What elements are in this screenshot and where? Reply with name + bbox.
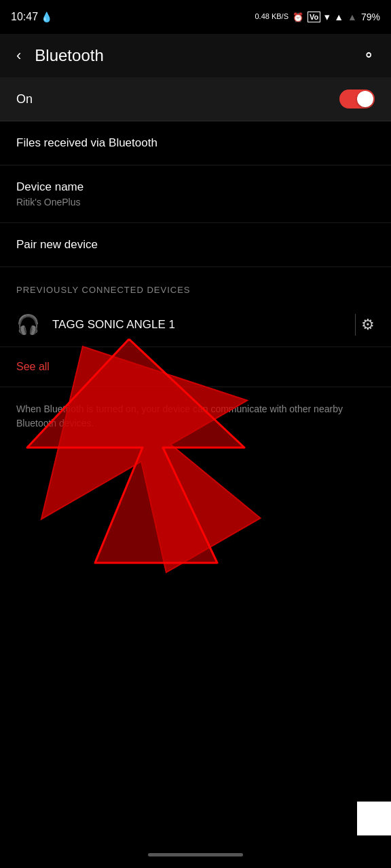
headphones-icon: 🎧 xyxy=(16,313,40,336)
white-square xyxy=(357,802,391,835)
bluetooth-toggle-row: On xyxy=(0,77,391,121)
app-bar-left: ‹ Bluetooth xyxy=(11,41,104,70)
back-button[interactable]: ‹ xyxy=(11,41,26,70)
device-row-right: ⚙ xyxy=(350,314,375,336)
wifi-icon: ▾ xyxy=(324,11,330,23)
toggle-label: On xyxy=(16,92,33,106)
device-row[interactable]: 🎧 TAGG SONIC ANGLE 1 ⚙ xyxy=(0,302,391,347)
toggle-knob xyxy=(357,91,373,107)
alarm-icon: ⏰ xyxy=(293,12,303,22)
device-name-item[interactable]: Device name Ritik's OnePlus xyxy=(0,165,391,223)
section-header-label: PREVIOUSLY CONNECTED DEVICES xyxy=(16,285,191,295)
info-text: When Bluetooth is turned on, your device… xyxy=(16,403,343,429)
status-bar: 10:47 💧 0.48 KB/S ⏰ Vo ▾ ▲ ▲ 79% xyxy=(0,0,391,34)
water-drop-icon: 💧 xyxy=(41,12,52,22)
signal2-icon: ▲ xyxy=(348,12,357,22)
app-bar: ‹ Bluetooth ⚬ xyxy=(0,34,391,77)
time-text: 10:47 xyxy=(11,11,38,23)
bottom-bar xyxy=(0,841,391,868)
device-row-left: 🎧 TAGG SONIC ANGLE 1 xyxy=(16,313,175,336)
data-speed: 0.48 KB/S xyxy=(255,12,288,21)
files-received-title: Files received via Bluetooth xyxy=(16,136,375,150)
signal-icon: ▲ xyxy=(334,12,343,22)
device-settings-icon[interactable]: ⚙ xyxy=(361,316,375,334)
device-divider xyxy=(355,314,356,336)
battery-text: 79% xyxy=(361,12,380,22)
pair-new-device-title: Pair new device xyxy=(16,238,375,252)
menu-section: Files received via Bluetooth Device name… xyxy=(0,121,391,267)
files-received-item[interactable]: Files received via Bluetooth xyxy=(0,121,391,165)
status-time: 10:47 💧 xyxy=(11,11,52,23)
info-text-row: When Bluetooth is turned on, your device… xyxy=(0,387,391,446)
pair-new-device-item[interactable]: Pair new device xyxy=(0,223,391,267)
search-button[interactable]: ⚬ xyxy=(357,41,380,70)
status-right: 0.48 KB/S ⏰ Vo ▾ ▲ ▲ 79% xyxy=(255,11,380,23)
see-all-button[interactable]: See all xyxy=(16,361,50,372)
vowifi-icon: Vo xyxy=(308,12,320,22)
home-indicator[interactable] xyxy=(148,853,243,856)
device-name-title: Device name xyxy=(16,180,375,194)
page-title: Bluetooth xyxy=(35,46,103,65)
previously-connected-section: PREVIOUSLY CONNECTED DEVICES xyxy=(0,267,391,302)
device-name-subtitle: Ritik's OnePlus xyxy=(16,197,375,208)
bluetooth-toggle[interactable] xyxy=(339,90,375,108)
device-name-label: TAGG SONIC ANGLE 1 xyxy=(52,318,175,332)
see-all-row[interactable]: See all xyxy=(0,347,391,387)
